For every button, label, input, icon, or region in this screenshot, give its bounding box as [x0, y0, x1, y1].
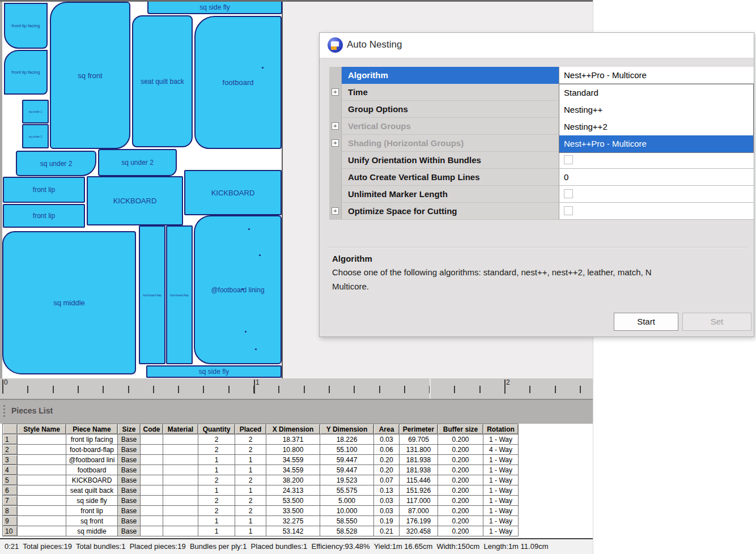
cell-area[interactable]: 0.03 [374, 434, 400, 445]
cell-style-name[interactable] [18, 434, 66, 445]
cell-quantity[interactable]: 1 [198, 455, 235, 465]
property-value[interactable] [559, 203, 754, 220]
cell-code[interactable] [141, 526, 163, 536]
cell-area[interactable]: 0.20 [374, 455, 400, 465]
cell-code[interactable] [141, 475, 163, 485]
cell-y-dimension[interactable]: 10.000 [320, 506, 374, 516]
cell-placed[interactable]: 1 [235, 465, 266, 475]
cell-quantity[interactable]: 1 [198, 516, 235, 526]
cell-quantity[interactable]: 2 [198, 506, 235, 516]
column-header-piece-name[interactable]: Piece Name [66, 424, 118, 434]
dropdown-item-nest-pro-multicore[interactable]: Nest++Pro - Multicore [559, 135, 753, 152]
cell-quantity[interactable]: 1 [198, 465, 235, 475]
cell-code[interactable] [141, 465, 163, 475]
cell-material[interactable] [163, 496, 198, 506]
cell-material[interactable] [163, 475, 198, 485]
cell-placed[interactable]: 1 [235, 526, 266, 536]
cell-perimeter[interactable]: 87.000 [400, 506, 438, 516]
cell-area[interactable]: 0.13 [374, 485, 400, 496]
cell-placed[interactable]: 2 [235, 496, 266, 506]
dropdown-item-nesting[interactable]: Nesting++ [559, 101, 753, 118]
row-number-cell[interactable]: 5 [3, 475, 18, 485]
cell-area[interactable]: 0.21 [374, 526, 400, 536]
cell-x-dimension[interactable]: 18.371 [266, 434, 320, 445]
cell-style-name[interactable] [18, 516, 66, 526]
table-row[interactable]: 8front lipBase2233.50010.0000.0387.0000.… [3, 506, 519, 516]
cell-rotation[interactable]: 1 - Way [483, 516, 519, 526]
cell-perimeter[interactable]: 181.938 [400, 465, 438, 475]
cell-piece-name[interactable]: front lip facing [66, 434, 118, 445]
row-number-cell[interactable]: 7 [3, 496, 18, 506]
panel-grip-handle[interactable] [3, 405, 5, 419]
cell-size[interactable]: Base [118, 455, 141, 465]
cell-y-dimension[interactable]: 59.447 [320, 465, 374, 475]
cell-area[interactable]: 0.20 [374, 465, 400, 475]
cell-rotation[interactable]: 1 - Way [483, 485, 519, 496]
cell-piece-name[interactable]: foot-board-flap [66, 445, 118, 455]
cell-buffer-size[interactable]: 0.200 [438, 445, 483, 455]
cell-placed[interactable]: 2 [235, 506, 266, 516]
column-header-material[interactable]: Material [163, 424, 198, 434]
column-header-rotation[interactable]: Rotation [483, 424, 519, 434]
cell-rotation[interactable]: 1 - Way [483, 434, 519, 445]
pieces-list-header[interactable]: Pieces List [0, 400, 593, 424]
marker-piece-front-lip-facing[interactable]: front lip facing [4, 50, 48, 95]
cell-piece-name[interactable]: KICKBOARD [66, 475, 118, 485]
cell-code[interactable] [141, 434, 163, 445]
property-row-optimize-space-for-cutting[interactable]: +Optimize Space for Cutting [329, 203, 754, 220]
marker-piece-kickboard[interactable]: KICKBOARD [87, 176, 183, 225]
table-row[interactable]: 9sq frontBase1132.27558.5500.19176.1990.… [3, 516, 519, 526]
cell-style-name[interactable] [18, 475, 66, 485]
row-number-header[interactable] [3, 424, 18, 434]
cell-quantity[interactable]: 2 [198, 434, 235, 445]
cell-size[interactable]: Base [118, 465, 141, 475]
cell-size[interactable]: Base [118, 516, 141, 526]
marker-piece-sq-under-2[interactable]: sq under 2 [16, 151, 96, 176]
cell-quantity[interactable]: 1 [198, 526, 235, 536]
cell-area[interactable]: 0.06 [374, 445, 400, 455]
cell-style-name[interactable] [18, 506, 66, 516]
cell-quantity[interactable]: 2 [198, 445, 235, 455]
cell-buffer-size[interactable]: 0.200 [438, 516, 483, 526]
cell-y-dimension[interactable]: 58.550 [320, 516, 374, 526]
marker-piece-footboard[interactable]: footboard [194, 16, 282, 149]
table-row[interactable]: 6seat quilt backBase1124.31355.5750.1315… [3, 485, 519, 496]
cell-piece-name[interactable]: sq side fly [66, 496, 118, 506]
dropdown-item-nesting-2[interactable]: Nesting++2 [559, 118, 753, 135]
column-header-buffer-size[interactable]: Buffer size [438, 424, 483, 434]
cell-area[interactable]: 0.19 [374, 516, 400, 526]
column-header-area[interactable]: Area [374, 424, 400, 434]
marker-piece-sq-under-2[interactable]: sq under 2 [98, 149, 177, 176]
property-row-auto-create-vertical-bump-lines[interactable]: Auto Create Vertical Bump Lines0 [329, 169, 754, 186]
start-button[interactable]: Start [614, 313, 678, 331]
cell-area[interactable]: 0.07 [374, 475, 400, 485]
marker-piece-sq-under-1[interactable]: sq under 1 [22, 100, 49, 123]
cell-perimeter[interactable]: 181.938 [400, 455, 438, 465]
cell-perimeter[interactable]: 69.705 [400, 434, 438, 445]
column-header-x-dimension[interactable]: X Dimension [266, 424, 320, 434]
cell-buffer-size[interactable]: 0.200 [438, 475, 483, 485]
expand-plus-icon[interactable]: + [332, 139, 339, 147]
cell-rotation[interactable]: 4 - Way [483, 445, 519, 455]
algorithm-dropdown-list[interactable]: StandardNesting++Nesting++2Nest++Pro - M… [559, 84, 754, 153]
cell-material[interactable] [163, 445, 198, 455]
cell-buffer-size[interactable]: 0.200 [438, 455, 483, 465]
cell-placed[interactable]: 1 [235, 485, 266, 496]
cell-style-name[interactable] [18, 496, 66, 506]
expand-plus-icon[interactable]: + [332, 88, 339, 96]
table-row[interactable]: 7sq side flyBase2253.5005.0000.03117.000… [3, 496, 519, 506]
column-header-style-name[interactable]: Style Name [18, 424, 66, 434]
table-row[interactable]: 2foot-board-flapBase2210.80055.1000.0613… [3, 445, 519, 455]
cell-x-dimension[interactable]: 53.142 [266, 526, 320, 536]
marker-piece-footboard-lining[interactable]: @footboard lining [194, 215, 282, 364]
cell-buffer-size[interactable]: 0.200 [438, 434, 483, 445]
value-checkbox[interactable] [564, 189, 573, 198]
row-number-cell[interactable]: 4 [3, 465, 18, 475]
cell-x-dimension[interactable]: 32.275 [266, 516, 320, 526]
cell-size[interactable]: Base [118, 506, 141, 516]
cell-rotation[interactable]: 1 - Way [483, 455, 519, 465]
value-checkbox[interactable] [564, 206, 573, 215]
marker-piece-kickboard[interactable]: KICKBOARD [184, 170, 282, 215]
cell-area[interactable]: 0.03 [374, 506, 400, 516]
cell-x-dimension[interactable]: 33.500 [266, 506, 320, 516]
